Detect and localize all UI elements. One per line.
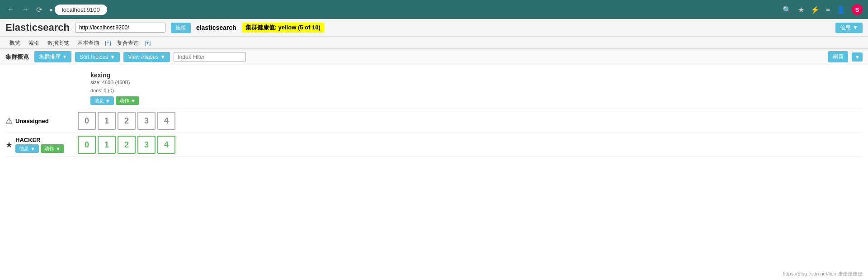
hacker-shard-tile-3: 3 [137,136,156,154]
view-aliases-arrow: ▼ [160,54,165,60]
warning-icon: ⚠ [5,116,13,126]
menu-icon[interactable]: ≡ [826,5,830,14]
shard-tile-1: 1 [98,112,116,130]
star-browser-icon[interactable]: ★ [798,5,804,14]
main-content: kexing size: 460B (460B) docs: 0 (0) 信息 … [0,65,868,161]
app-header: Elasticsearch 连接 elasticsearch 集群健康值: ye… [0,19,868,37]
toolbar: 集群概览 集群排序 ▼ Sort Indices ▼ View Aliases … [0,49,868,65]
info-top-arrow: ▼ [853,24,858,31]
shard-tile-2: 2 [118,112,136,130]
cluster-name: elasticsearch [196,24,236,31]
extensions-icon[interactable]: ⚡ [811,5,820,14]
shard-tile-3: 3 [137,112,156,130]
sort-indices-arrow: ▼ [110,54,115,60]
forward-btn[interactable]: → [20,4,31,15]
info-top-button[interactable]: 信息 ▼ [835,23,863,33]
index-filter-input[interactable] [174,52,246,62]
tab-overview[interactable]: 概览 [5,38,24,48]
index-actions: 信息 ▼ 动作 ▼ [90,96,165,105]
index-header: kexing size: 460B (460B) docs: 0 (0) 信息 … [87,70,863,109]
star-node-icon: ★ [5,140,13,150]
hacker-row: ★ HACKER 信息 ▼ 动作 ▼ 0 1 2 3 4 [5,133,863,157]
tab-complex-query-plus[interactable]: [+] [143,39,153,47]
unassigned-row: ⚠ Unassigned 0 1 2 3 4 [5,109,863,133]
browser-icons-right: 🔍 ★ ⚡ ≡ 👤 S [783,4,863,15]
unassigned-label-area: ⚠ Unassigned [5,116,78,126]
reload-btn[interactable]: ⟳ [34,4,44,16]
index-name: kexing [90,71,165,79]
hacker-label: HACKER [15,137,64,143]
hacker-shard-tile-1: 1 [98,136,116,154]
sort-cluster-button[interactable]: 集群排序 ▼ [34,51,71,62]
address-bar[interactable]: localhost:9100 [55,5,107,15]
url-input[interactable] [75,23,165,33]
info-top-label: 信息 [840,24,851,32]
sort-indices-label: Sort Indices [80,54,108,60]
tab-complex-query[interactable]: 复合查询 [113,38,143,48]
index-action-button[interactable]: 动作 ▼ [116,96,139,105]
tab-data-browser[interactable]: 数据浏览 [43,38,73,48]
index-info: kexing size: 460B (460B) docs: 0 (0) 信息 … [87,70,168,107]
hacker-action-button[interactable]: 动作 ▼ [41,144,64,153]
tab-basic-query-plus[interactable]: [+] [103,39,113,47]
nav-tabs: 概览 索引 数据浏览 基本查询 [+] 复合查询 [+] [0,37,868,49]
view-aliases-button[interactable]: View Aliases ▼ [123,52,170,62]
hacker-actions: 信息 ▼ 动作 ▼ [15,144,64,153]
hacker-shard-tile-4: 4 [157,136,175,154]
cluster-overview-label: 集群概览 [5,53,29,61]
view-aliases-label: View Aliases [128,54,158,60]
health-badge: 集群健康值: yellow (5 of 10) [242,23,324,33]
app-title: Elasticsearch [5,22,70,33]
tab-basic-query[interactable]: 基本查询 [73,38,103,48]
hacker-label-area: ★ HACKER 信息 ▼ 动作 ▼ [5,137,78,153]
index-info-button[interactable]: 信息 ▼ [90,96,114,105]
hacker-shard-tile-2: 2 [118,136,136,154]
user-avatar: S [852,4,863,15]
tab-index[interactable]: 索引 [24,38,43,48]
search-icon[interactable]: 🔍 [783,5,792,14]
hacker-shard-tile-0: 0 [78,136,96,154]
account-icon[interactable]: 👤 [836,5,845,14]
sort-cluster-label: 集群排序 [39,53,61,61]
hacker-shards: 0 1 2 3 4 [78,136,175,154]
shard-tile-4: 4 [157,112,175,130]
index-docs: docs: 0 (0) [90,87,165,95]
shard-tile-0: 0 [78,112,96,130]
index-size: size: 460B (460B) [90,79,165,87]
back-btn[interactable]: ← [5,4,16,15]
hacker-info-button[interactable]: 信息 ▼ [15,144,39,153]
unassigned-shards: 0 1 2 3 4 [78,112,175,130]
refresh-dropdown-button[interactable]: ▼ [852,52,863,62]
sort-cluster-arrow: ▼ [62,54,67,59]
refresh-button[interactable]: 刷新 [828,51,848,62]
unassigned-label: Unassigned [15,118,49,124]
browser-chrome: ← → ⟳ ● localhost:9100 🔍 ★ ⚡ ≡ 👤 S [0,0,868,19]
connect-button[interactable]: 连接 [171,23,191,33]
sort-indices-button[interactable]: Sort Indices ▼ [75,52,120,62]
